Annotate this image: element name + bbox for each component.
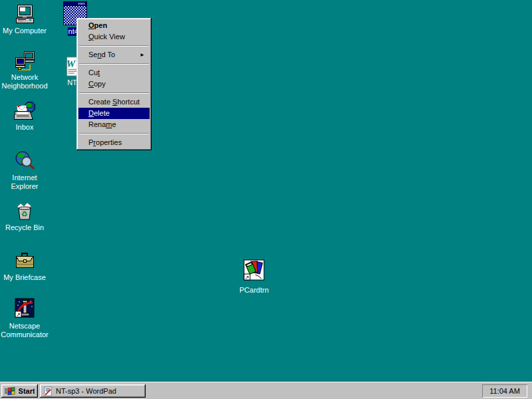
context-menu: Open Quick View Send To► Cut Copy Create…: [76, 18, 152, 150]
menu-item-text: Se: [88, 51, 97, 59]
internet-explorer-icon: [14, 150, 35, 172]
recycle-bin-icon: ♻: [14, 200, 35, 221]
menu-separator: [79, 63, 149, 65]
menu-separator: [79, 133, 149, 134]
menu-item-mnemonic: Q: [88, 33, 94, 41]
desktop[interactable]: { "desktop": { "background_color": "#008…: [0, 0, 532, 399]
menu-item-quick-view[interactable]: Quick View: [78, 31, 150, 43]
menu-item-mnemonic: O: [88, 21, 94, 29]
svg-text:♻: ♻: [21, 210, 28, 219]
menu-item-text: Rena: [88, 120, 106, 128]
menu-item-create-shortcut[interactable]: Create Shortcut: [78, 96, 150, 108]
inbox-icon: [14, 100, 35, 121]
icon-label: My Computer: [2, 27, 47, 35]
menu-item-text: hortcut: [117, 98, 140, 106]
menu-separator: [79, 45, 149, 47]
svg-text:↗: ↗: [16, 312, 21, 318]
menu-item-cut[interactable]: Cut: [78, 67, 150, 78]
menu-item-mnemonic: C: [88, 80, 94, 88]
start-button[interactable]: Start: [1, 384, 38, 398]
icon-label: Internet Explorer: [11, 174, 39, 191]
icon-label: PCardtrn: [239, 286, 269, 295]
menu-item-text: pen: [94, 21, 108, 29]
icon-label: My Briefcase: [3, 273, 47, 282]
task-button-label: NT-sp3 - WordPad: [56, 387, 116, 395]
menu-item-rename[interactable]: Rename: [78, 119, 150, 130]
icon-label: Inbox: [15, 123, 35, 132]
taskbar: Start NT-sp3 - WordPad 11:04 AM: [0, 382, 532, 399]
desktop-icon-network-neighborhood[interactable]: Network Neighborhood: [0, 50, 49, 90]
start-button-label: Start: [19, 387, 35, 395]
desktop-icon-internet-explorer[interactable]: Internet Explorer: [0, 150, 49, 191]
my-briefcase-icon: [14, 250, 35, 271]
desktop-icon-my-computer[interactable]: My Computer: [0, 3, 49, 35]
wordpad-task-icon: [43, 386, 53, 396]
menu-item-text: elete: [94, 109, 110, 117]
submenu-arrow-icon: ►: [140, 49, 145, 61]
pc-card-shortcut-icon: ↗: [242, 259, 266, 284]
menu-item-text: Create: [88, 98, 112, 106]
menu-item-text: Cu: [88, 68, 98, 76]
icon-label: Network Neighborhood: [1, 73, 48, 90]
window-title-dots: [78, 3, 85, 5]
menu-item-properties[interactable]: Properties: [78, 137, 150, 148]
my-computer-icon: [14, 3, 35, 25]
desktop-icon-netscape-communicator[interactable]: ↗ Netscape Communicator: [0, 297, 49, 339]
clock-text: 11:04 AM: [489, 387, 520, 395]
menu-item-delete[interactable]: Delete: [78, 108, 150, 119]
menu-item-copy[interactable]: Copy: [78, 78, 150, 90]
desktop-icon-pcardtrn[interactable]: ↗ PCardtrn: [229, 259, 279, 295]
windows-logo-icon: [5, 386, 16, 396]
menu-item-text: opy: [94, 80, 106, 88]
netscape-communicator-icon: ↗: [13, 297, 36, 320]
icon-label: Netscape Communicator: [0, 322, 49, 339]
svg-text:W: W: [66, 59, 76, 69]
menu-item-open[interactable]: Open: [78, 20, 150, 31]
menu-item-text: uick View: [94, 33, 125, 41]
desktop-icon-inbox[interactable]: Inbox: [0, 100, 49, 132]
menu-separator: [79, 92, 149, 94]
menu-item-text: d To: [102, 51, 116, 59]
menu-item-mnemonic: t: [98, 68, 100, 76]
menu-item-text: operties: [96, 138, 122, 146]
task-button-wordpad[interactable]: NT-sp3 - WordPad: [40, 384, 146, 398]
menu-item-send-to[interactable]: Send To►: [78, 49, 150, 61]
svg-text:↗: ↗: [245, 275, 249, 281]
icon-label: Recycle Bin: [5, 223, 45, 232]
desktop-icon-my-briefcase[interactable]: My Briefcase: [0, 250, 49, 282]
menu-item-text: e: [112, 120, 116, 128]
menu-item-mnemonic: D: [88, 109, 94, 117]
desktop-icon-recycle-bin[interactable]: ♻ Recycle Bin: [0, 200, 49, 232]
network-neighborhood-icon: [14, 50, 35, 71]
system-tray-clock[interactable]: 11:04 AM: [482, 384, 527, 398]
